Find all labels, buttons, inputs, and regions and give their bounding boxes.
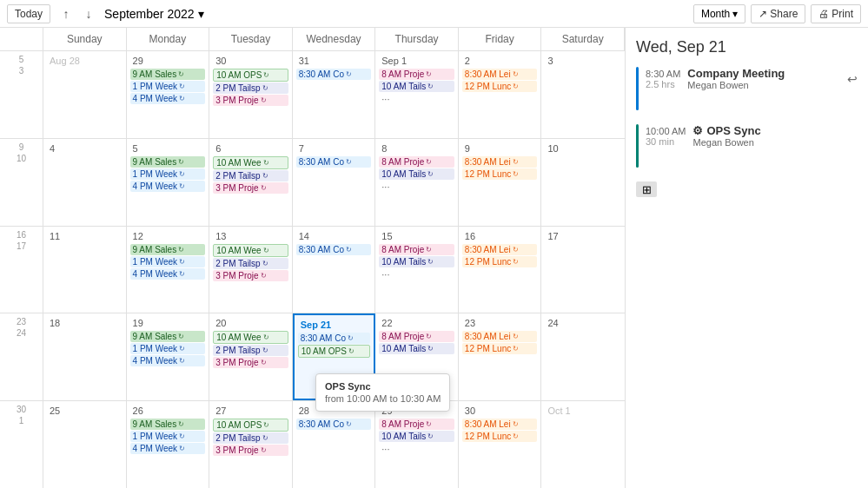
day-cell-w1-d3[interactable]: 78:30 AM Co↻ <box>293 139 376 226</box>
day-cell-w2-d4[interactable]: 158 AM Proje↻10 AM Tails↻··· <box>375 227 459 313</box>
day-cell-w1-d5[interactable]: 98:30 AM Lei↻12 PM Lunc↻ <box>459 139 542 226</box>
share-button[interactable]: ↗ Share <box>751 4 805 23</box>
day-cell-w3-d2[interactable]: 2010 AM Wee↻2 PM Tailsp↻3 PM Proje↻ <box>209 313 293 400</box>
event-chip[interactable]: 10 AM Tails↻ <box>379 168 454 180</box>
day-cell-w3-d5[interactable]: 238:30 AM Lei↻12 PM Lunc↻ <box>459 313 542 400</box>
event-chip[interactable]: 8:30 AM Lei↻ <box>462 69 538 80</box>
day-cell-w1-d6[interactable]: 10 <box>541 139 625 226</box>
today-button[interactable]: Today <box>7 4 50 23</box>
event-chip[interactable]: 8:30 AM Co↻ <box>296 419 372 430</box>
event-chip[interactable]: 3 PM Proje↻ <box>213 445 288 456</box>
day-cell-w3-d1[interactable]: 199 AM Sales↻1 PM Week↻4 PM Week↻ <box>127 313 210 400</box>
event-chip[interactable]: 4 PM Week↻ <box>130 268 206 280</box>
month-selector[interactable]: September 2022 ▾ <box>104 7 204 21</box>
day-cell-w0-d5[interactable]: 28:30 AM Lei↻12 PM Lunc↻ <box>459 51 542 138</box>
event-chip[interactable]: 8:30 AM Co↻ <box>296 156 372 168</box>
nav-up-button[interactable]: ↑ <box>56 3 76 24</box>
event-chip[interactable]: 10 AM Tails↻ <box>379 431 454 442</box>
event-chip[interactable]: 1 PM Week↻ <box>130 81 206 92</box>
event-chip[interactable]: 3 PM Proje↻ <box>213 357 288 368</box>
view-dropdown[interactable]: Month ▾ <box>693 4 745 23</box>
event-chip[interactable]: 8:30 AM Co↻ <box>296 69 372 80</box>
panel-event-title-2[interactable]: ⚙ OPS Sync <box>692 124 858 137</box>
event-chip[interactable]: 1 PM Week↻ <box>130 256 206 267</box>
day-cell-w2-d2[interactable]: 1310 AM Wee↻2 PM Tailsp↻3 PM Proje↻ <box>209 227 293 313</box>
day-cell-w4-d6[interactable]: Oct 1 <box>541 401 625 488</box>
day-cell-w2-d6[interactable]: 17 <box>541 227 625 313</box>
event-chip[interactable]: 12 PM Lunc↻ <box>462 256 538 267</box>
event-chip[interactable]: 9 AM Sales↻ <box>130 244 206 255</box>
event-chip[interactable]: 1 PM Week↻ <box>130 431 206 442</box>
event-chip[interactable]: 2 PM Tailsp↻ <box>213 345 288 356</box>
day-cell-w4-d2[interactable]: 2710 AM OPS↻2 PM Tailsp↻3 PM Proje↻ <box>209 401 293 488</box>
event-chip[interactable]: 8:30 AM Lei↻ <box>462 331 538 342</box>
day-cell-w4-d3[interactable]: 288:30 AM Co↻ <box>293 401 376 488</box>
day-cell-w0-d1[interactable]: 299 AM Sales↻1 PM Week↻4 PM Week↻ <box>127 51 210 138</box>
event-chip[interactable]: 1 PM Week↻ <box>130 343 206 354</box>
event-chip[interactable]: 2 PM Tailsp↻ <box>213 170 288 181</box>
event-chip[interactable]: 8:30 AM Lei↻ <box>462 419 538 430</box>
day-cell-w2-d3[interactable]: 148:30 AM Co↻ <box>293 227 376 313</box>
event-chip[interactable]: 2 PM Tailsp↻ <box>213 258 288 269</box>
event-chip[interactable]: 4 PM Week↻ <box>130 355 206 366</box>
event-chip[interactable]: 8:30 AM Lei↻ <box>462 156 538 168</box>
day-cell-w2-d1[interactable]: 129 AM Sales↻1 PM Week↻4 PM Week↻ <box>127 227 210 313</box>
event-chip[interactable]: 1 PM Week↻ <box>130 168 206 180</box>
reply-icon-1[interactable]: ↩ <box>847 72 858 86</box>
event-chip[interactable]: 9 AM Sales↻ <box>130 419 206 430</box>
day-cell-w1-d1[interactable]: 59 AM Sales↻1 PM Week↻4 PM Week↻ <box>127 139 210 226</box>
more-dots[interactable]: ··· <box>379 443 454 455</box>
event-chip[interactable]: 8:30 AM Lei↻ <box>462 244 538 255</box>
day-cell-w4-d1[interactable]: 269 AM Sales↻1 PM Week↻4 PM Week↻ <box>127 401 210 488</box>
event-chip[interactable]: 3 PM Proje↻ <box>213 270 288 281</box>
event-chip[interactable]: 12 PM Lunc↻ <box>462 431 538 442</box>
event-chip[interactable]: 4 PM Week↻ <box>130 93 206 104</box>
event-chip[interactable]: 3 PM Proje↻ <box>213 182 288 194</box>
day-cell-w1-d4[interactable]: 88 AM Proje↻10 AM Tails↻··· <box>375 139 459 226</box>
event-chip[interactable]: 10 AM Tails↻ <box>379 256 454 267</box>
day-cell-w1-d2[interactable]: 610 AM Wee↻2 PM Tailsp↻3 PM Proje↻ <box>209 139 293 226</box>
day-cell-w0-d4[interactable]: Sep 18 AM Proje↻10 AM Tails↻··· <box>375 51 459 138</box>
event-chip[interactable]: 3 PM Proje↻ <box>213 95 288 106</box>
day-cell-w0-d6[interactable]: 3 <box>541 51 625 138</box>
event-chip[interactable]: 4 PM Week↻ <box>130 443 206 454</box>
day-cell-w1-d0[interactable]: 4 <box>43 139 127 226</box>
day-cell-w4-d4[interactable]: 298 AM Proje↻10 AM Tails↻··· <box>375 401 459 488</box>
more-dots[interactable]: ··· <box>379 93 454 105</box>
event-chip[interactable]: 10 AM Wee↻ <box>213 331 288 344</box>
event-chip[interactable]: 2 PM Tailsp↻ <box>213 432 288 444</box>
event-chip[interactable]: 8:30 AM Co↻ <box>296 244 372 255</box>
day-cell-w0-d2[interactable]: 3010 AM OPS↻2 PM Tailsp↻3 PM Proje↻ <box>209 51 293 138</box>
event-chip[interactable]: 8:30 AM Co↻ <box>298 333 371 344</box>
panel-event-title-1[interactable]: Company Meeting <box>687 67 847 80</box>
day-cell-w4-d0[interactable]: 25 <box>43 401 127 488</box>
event-chip[interactable]: 9 AM Sales↻ <box>130 156 206 168</box>
event-chip[interactable]: 8 AM Proje↻ <box>379 156 454 168</box>
event-chip[interactable]: 10 AM OPS↻ <box>213 419 288 432</box>
day-cell-w0-d3[interactable]: 318:30 AM Co↻ <box>293 51 376 138</box>
event-chip[interactable]: 12 PM Lunc↻ <box>462 168 538 180</box>
nav-down-button[interactable]: ↓ <box>78 3 99 24</box>
event-chip[interactable]: 12 PM Lunc↻ <box>462 343 538 354</box>
event-chip[interactable]: 9 AM Sales↻ <box>130 331 206 342</box>
event-chip[interactable]: 4 PM Week↻ <box>130 181 206 192</box>
event-chip[interactable]: 10 AM Tails↻ <box>379 343 454 354</box>
event-chip[interactable]: 10 AM Wee↻ <box>213 156 288 169</box>
event-chip[interactable]: 8 AM Proje↻ <box>379 244 454 255</box>
print-button[interactable]: 🖨 Print <box>811 4 861 23</box>
event-chip[interactable]: 8 AM Proje↻ <box>379 419 454 430</box>
day-cell-w2-d5[interactable]: 168:30 AM Lei↻12 PM Lunc↻ <box>459 227 542 313</box>
day-cell-w3-d6[interactable]: 24 <box>541 313 625 400</box>
event-chip[interactable]: 10 AM Wee↻ <box>213 244 288 257</box>
event-chip[interactable]: 10 AM OPS↻ <box>298 345 371 358</box>
day-cell-w3-d0[interactable]: 18 <box>43 313 127 400</box>
event-chip[interactable]: 10 AM OPS↻ <box>213 69 288 82</box>
event-chip[interactable]: 10 AM Tails↻ <box>379 81 454 92</box>
day-cell-w4-d5[interactable]: 308:30 AM Lei↻12 PM Lunc↻ <box>459 401 542 488</box>
event-chip[interactable]: 9 AM Sales↻ <box>130 69 206 80</box>
more-dots[interactable]: ··· <box>379 181 454 193</box>
event-chip[interactable]: 2 PM Tailsp↻ <box>213 82 288 94</box>
day-cell-w0-d0[interactable]: Aug 28 <box>43 51 127 138</box>
event-chip[interactable]: 12 PM Lunc↻ <box>462 81 538 92</box>
event-chip[interactable]: 8 AM Proje↻ <box>379 331 454 342</box>
